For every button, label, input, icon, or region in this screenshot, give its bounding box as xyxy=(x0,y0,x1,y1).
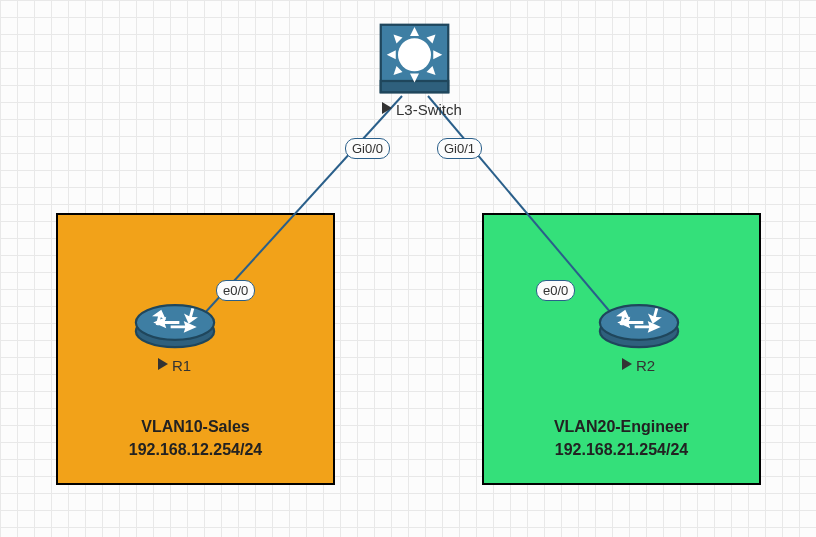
vlan20-title: VLAN20-Engineer xyxy=(554,418,689,435)
port-r2-e00: e0/0 xyxy=(536,280,575,301)
r2-label: R2 xyxy=(622,357,655,374)
vlan20-gateway: 192.168.21.254/24 xyxy=(555,441,688,458)
play-icon xyxy=(622,358,632,370)
node-r2[interactable] xyxy=(595,295,683,357)
l3-switch-label: L3-Switch xyxy=(382,101,462,118)
port-r1-e00: e0/0 xyxy=(216,280,255,301)
svg-rect-3 xyxy=(381,81,449,92)
play-icon xyxy=(158,358,168,370)
zone-vlan20-text: VLAN20-Engineer 192.168.21.254/24 xyxy=(484,415,759,461)
l3-switch-icon xyxy=(377,21,452,96)
vlan10-title: VLAN10-Sales xyxy=(141,418,250,435)
node-l3-switch[interactable] xyxy=(377,21,452,100)
play-icon xyxy=(382,102,392,114)
port-switch-gi00: Gi0/0 xyxy=(345,138,390,159)
node-r1[interactable] xyxy=(131,295,219,357)
r1-label: R1 xyxy=(158,357,191,374)
vlan10-gateway: 192.168.12.254/24 xyxy=(129,441,262,458)
router-icon xyxy=(595,295,683,353)
svg-point-4 xyxy=(398,38,431,71)
port-switch-gi01: Gi0/1 xyxy=(437,138,482,159)
zone-vlan10-text: VLAN10-Sales 192.168.12.254/24 xyxy=(58,415,333,461)
router-icon xyxy=(131,295,219,353)
